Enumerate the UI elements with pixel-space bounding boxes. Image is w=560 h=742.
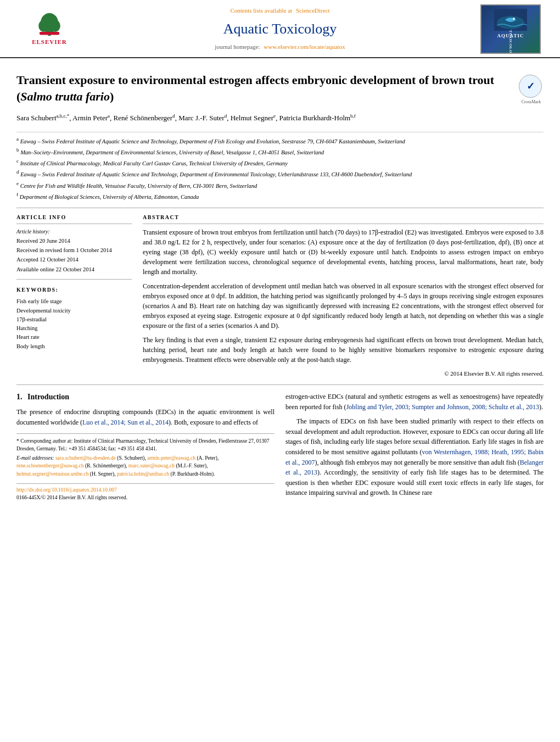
article-body: Transient exposure to environmental estr… — [0, 58, 560, 514]
abstract-para-2: Concentration-dependent acceleration of … — [143, 281, 544, 331]
article-info-abstract-area: ARTICLE INFO Article history: Received 2… — [16, 208, 544, 378]
section-number: 1. — [16, 393, 23, 401]
intro-para-right-1: estrogen-active EDCs (natural and synthe… — [285, 392, 544, 412]
journal-logo-fish-icon — [494, 9, 527, 31]
journal-header: ELSEVIER Contents lists available at Sci… — [0, 0, 560, 58]
abstract-label: ABSTRACT — [143, 214, 544, 224]
abstract-para-3: The key finding is that even a single, t… — [143, 335, 544, 365]
accepted-date: Accepted 12 October 2014 — [16, 255, 132, 264]
received-date: Received 20 June 2014 — [16, 237, 132, 245]
ref-jobling[interactable]: Jobling and Tyler, 2003; Sumpter and Joh… — [346, 403, 539, 411]
article-info-column: ARTICLE INFO Article history: Received 2… — [16, 214, 132, 378]
journal-title: Aquatic Toxicology — [223, 19, 337, 40]
email-peter[interactable]: armin.peter@eawag.ch — [147, 455, 195, 461]
email-holm[interactable]: patricia.holm@unibas.ch — [117, 471, 169, 477]
email-schoenenberger[interactable]: rene.schoenenberger@eawag.ch — [16, 463, 84, 468]
available-date: Available online 22 October 2014 — [16, 265, 132, 274]
homepage-url[interactable]: www.elsevier.com/locate/aquatox — [264, 43, 345, 50]
footnote-section: * Corresponding author at: Institute of … — [16, 433, 275, 478]
journal-logo-area: AQUATIC TOXICOLOGY — [472, 4, 549, 54]
introduction-left-text: The presence of endocrine disrupting com… — [16, 407, 275, 427]
revised-date: Received in revised form 1 October 2014 — [16, 246, 132, 254]
elsevier-brand-label: ELSEVIER — [32, 38, 67, 47]
crossmark-icon: ✓ — [519, 75, 542, 98]
introduction-title: 1. Introduction — [16, 392, 275, 403]
elsevier-logo-area: ELSEVIER — [11, 4, 88, 54]
keyword-1: Fish early life stage — [16, 297, 132, 305]
elsevier-tree-icon — [33, 12, 66, 37]
ref-luo[interactable]: Luo et al., 2014; Sun et al., 2014 — [82, 419, 169, 426]
affiliation-b: b Man–Society–Environment, Department of… — [16, 147, 544, 157]
sciencedirect-line: Contents lists available at ScienceDirec… — [230, 7, 329, 15]
doi-section: http://dx.doi.org/10.1016/j.aquatox.2014… — [16, 483, 275, 502]
introduction-right-text: estrogen-active EDCs (natural and synthe… — [285, 392, 544, 498]
title-section: Transient exposure to environmental estr… — [16, 64, 544, 110]
article-info-label: ARTICLE INFO — [16, 214, 132, 224]
journal-logo-box: AQUATIC TOXICOLOGY — [480, 4, 541, 54]
keyword-4: Hatching — [16, 324, 132, 332]
svg-point-2 — [38, 20, 48, 32]
ref-belanger[interactable]: Belanger et al., 2013 — [285, 459, 544, 477]
abstract-column: ABSTRACT Transient exposure of brown tro… — [143, 214, 544, 378]
affiliation-e: e Centre for Fish and Wildlife Health, V… — [16, 180, 544, 190]
correspondence-note: * Corresponding author at: Institute of … — [16, 437, 275, 453]
affiliation-d: d Eawag – Swiss Federal Institute of Aqu… — [16, 169, 544, 178]
author-sup-d: d — [225, 113, 227, 119]
main-content-area: 1. Introduction The presence of endocrin… — [16, 392, 544, 503]
section-title-text: Introduction — [27, 393, 69, 401]
intro-para-right-2: The impacts of EDCs on fish have been st… — [285, 416, 544, 498]
svg-rect-4 — [40, 32, 59, 35]
email-addresses: E-mail addresses: sara.schubert@tu-dresd… — [16, 454, 275, 478]
journal-logo-text-toxicology: TOXICOLOGY — [508, 30, 513, 54]
journal-header-center: Contents lists available at ScienceDirec… — [88, 4, 472, 54]
doi-url: http://dx.doi.org/10.1016/j.aquatox.2014… — [16, 487, 275, 494]
author-sup-b: a — [108, 113, 110, 119]
emails-label: E-mail addresses: — [16, 455, 54, 461]
abstract-para-1: Transient exposure of brown trout embryo… — [143, 227, 544, 277]
contents-available-label: Contents lists available at — [230, 7, 292, 14]
issn-text: 0166-445X/© 2014 Elsevier B.V. All right… — [16, 494, 275, 502]
affiliation-c: c Institute of Clinical Pharmacology, Me… — [16, 158, 544, 168]
section-divider — [16, 384, 544, 385]
svg-point-7 — [513, 18, 515, 20]
copyright-line: © 2014 Elsevier B.V. All rights reserved… — [143, 369, 544, 378]
crossmark-label: CrossMark — [519, 99, 544, 105]
author-sup-f: b,f — [350, 113, 356, 119]
doi-link[interactable]: http://dx.doi.org/10.1016/j.aquatox.2014… — [16, 487, 117, 493]
email-segner[interactable]: helmut.segner@vetsuisse.unibe.ch — [16, 471, 88, 477]
author-sup-c: d — [172, 113, 175, 119]
info-divider — [16, 279, 132, 280]
article-title: Transient exposure to environmental estr… — [16, 72, 519, 104]
keyword-2: Developmental toxicity — [16, 306, 132, 315]
correspondence-text: * Corresponding author at: Institute of … — [16, 438, 270, 451]
authors-list: Sara Schuberta,b,c,*, Armin Petera, René… — [16, 113, 544, 124]
keywords-section: Keywords: Fish early life stage Developm… — [16, 286, 132, 350]
author-sup-a: a,b,c,* — [57, 113, 70, 119]
keyword-3: 17β-estradial — [16, 315, 132, 323]
article-info-content: Article history: Received 20 June 2014 R… — [16, 227, 132, 274]
svg-point-3 — [51, 20, 60, 32]
authors-section: Sara Schuberta,b,c,*, Armin Petera, René… — [16, 110, 544, 131]
page-wrapper: ELSEVIER Contents lists available at Sci… — [0, 0, 560, 514]
affiliation-a: a Eawag – Swiss Federal Institute of Aqu… — [16, 136, 544, 146]
affiliation-f: f Department of Biological Sciences, Uni… — [16, 191, 544, 201]
keyword-5: Heart rate — [16, 333, 132, 341]
history-label: Article history: — [16, 227, 132, 236]
author-sup-e: e — [273, 113, 276, 119]
intro-right-column: estrogen-active EDCs (natural and synthe… — [285, 392, 544, 503]
crossmark-logo: ✓ CrossMark — [519, 75, 544, 99]
sciencedirect-link[interactable]: ScienceDirect — [296, 7, 330, 14]
abstract-content: Transient exposure of brown trout embryo… — [143, 227, 544, 378]
ref-westernhagen[interactable]: von Westernhagen, 1988; Heath, 1995; Bab… — [285, 448, 544, 466]
keywords-label: Keywords: — [16, 286, 132, 296]
affiliations-section: a Eawag – Swiss Federal Institute of Aqu… — [16, 132, 544, 202]
keyword-6: Body length — [16, 342, 132, 350]
intro-left-column: 1. Introduction The presence of endocrin… — [16, 392, 275, 503]
email-schubert[interactable]: sara.schubert@tu-dresden.de — [55, 455, 116, 461]
title-text: Transient exposure to environmental estr… — [16, 73, 494, 103]
elsevier-logo: ELSEVIER — [16, 10, 82, 48]
intro-para-1: The presence of endocrine disrupting com… — [16, 407, 275, 427]
journal-homepage-line: journal homepage: www.elsevier.com/locat… — [215, 43, 345, 52]
homepage-label: journal homepage: — [215, 43, 260, 50]
email-suter[interactable]: marc.suter@eawag.ch — [128, 463, 175, 468]
